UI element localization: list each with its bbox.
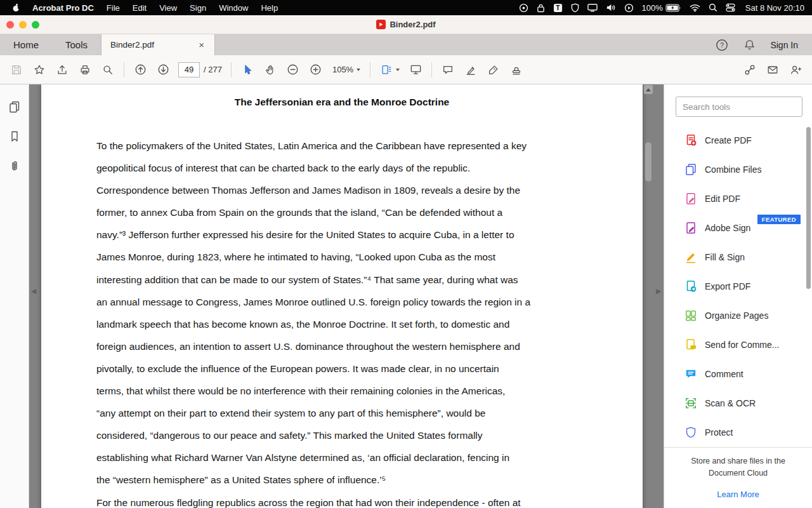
display-icon[interactable] [587, 3, 598, 12]
favorites-star-icon[interactable] [28, 59, 51, 81]
sign-in-button[interactable]: Sign In [770, 40, 798, 50]
tool-label: Scan & OCR [705, 398, 756, 408]
document-scrollbar[interactable] [645, 142, 652, 182]
document-text-line: considered, “dangerous to our peace and … [96, 424, 586, 446]
print-button[interactable] [74, 59, 96, 81]
page-display-dropdown[interactable] [375, 59, 404, 81]
tool-item-scan-ocr[interactable]: Scan & OCR [664, 389, 812, 418]
menu-edit[interactable]: Edit [126, 3, 153, 13]
document-viewport[interactable]: The Jeffersonian era and the Monroe Doct… [29, 84, 664, 508]
stamp-tool-icon[interactable] [505, 59, 528, 81]
tool-item-send-for-comments[interactable]: Send for Comme... [664, 330, 812, 359]
menubar-clock[interactable]: Sat 8 Nov 20:10 [743, 3, 804, 13]
page-number-input[interactable] [178, 62, 200, 77]
tool-label: Export PDF [705, 281, 750, 291]
edit-pdf-icon [684, 192, 697, 205]
comment-tool-icon[interactable] [436, 59, 459, 81]
menu-file[interactable]: File [100, 3, 126, 13]
close-window-button[interactable] [6, 21, 14, 29]
collapse-right-pane-icon[interactable]: ▶ [656, 288, 661, 295]
select-tool-icon[interactable] [236, 59, 259, 81]
previous-page-button[interactable] [129, 59, 152, 81]
presentation-mode-icon[interactable] [404, 59, 427, 81]
document-text-line: an annual message to Congress, James Mon… [96, 291, 586, 313]
status-lock-icon[interactable] [537, 3, 545, 13]
spotlight-search-icon[interactable] [709, 3, 717, 12]
tools-panel: Create PDFCombine FilesEdit PDFAdobe Sig… [664, 84, 812, 508]
wifi-icon[interactable] [690, 4, 700, 12]
highlight-tool-icon[interactable] [459, 59, 482, 81]
tool-item-combine-files[interactable]: Combine Files [664, 155, 812, 184]
hand-tool-icon[interactable] [259, 59, 282, 81]
document-text-line: For the numerous fledgling republics acr… [96, 491, 586, 508]
promo-line1: Store and share files in the [677, 455, 799, 467]
zoom-out-button[interactable] [282, 59, 304, 81]
play-circle-icon[interactable] [624, 3, 634, 13]
send-for-comments-icon [684, 338, 697, 351]
tool-item-adobe-sign[interactable]: Adobe SignFEATURED [664, 213, 812, 243]
tab-close-icon[interactable]: × [197, 40, 206, 50]
tool-item-create-pdf[interactable]: Create PDF [664, 126, 812, 155]
next-page-button[interactable] [152, 59, 174, 81]
menu-help[interactable]: Help [254, 3, 284, 13]
apple-menu-icon[interactable] [11, 3, 21, 13]
tool-item-export-pdf[interactable]: Export PDF [664, 272, 812, 301]
tab-tools[interactable]: Tools [52, 34, 101, 55]
document-text-line: interesting addition that can be made to… [96, 269, 586, 291]
tab-document[interactable]: Binder2.pdf × [101, 34, 215, 55]
shield-icon[interactable] [571, 3, 579, 13]
textexpander-icon[interactable]: T [553, 3, 563, 13]
tool-label: Adobe Sign [705, 223, 750, 233]
control-center-icon[interactable] [726, 3, 735, 12]
tool-item-protect[interactable]: Protect [664, 418, 812, 447]
page-count-label: / 277 [204, 65, 222, 74]
menu-view[interactable]: View [153, 3, 183, 13]
document-text-line: pivotally, to exclude the influence of t… [96, 358, 586, 380]
attachments-paperclip-icon[interactable] [8, 159, 22, 173]
request-signature-icon[interactable] [784, 59, 807, 81]
window-titlebar: Binder2.pdf [0, 15, 812, 34]
share-upload-icon[interactable] [51, 59, 74, 81]
document-text-line: James Monroe, during 1823, where he inti… [96, 246, 586, 268]
menubar-app-name[interactable]: Acrobat Pro DC [26, 3, 100, 13]
document-body: To the policymakers of the United States… [41, 135, 643, 508]
tool-item-organize-pages[interactable]: Organize Pages [664, 301, 812, 330]
volume-icon[interactable] [606, 3, 616, 12]
tool-item-comment[interactable]: Comment [664, 359, 812, 389]
minimize-window-button[interactable] [19, 21, 27, 29]
tab-home[interactable]: Home [0, 34, 52, 55]
save-button[interactable] [5, 59, 28, 81]
collapse-left-pane-icon[interactable]: ◀ [31, 288, 36, 295]
tab-document-label: Binder2.pdf [110, 40, 154, 50]
help-icon[interactable]: ? [715, 38, 729, 52]
tool-item-edit-pdf[interactable]: Edit PDF [664, 184, 812, 213]
pdf-page[interactable]: The Jeffersonian era and the Monroe Doct… [41, 84, 643, 508]
zoom-level-dropdown[interactable]: 105% [327, 59, 365, 81]
share-link-icon[interactable] [738, 59, 761, 81]
svg-text:?: ? [720, 41, 724, 49]
page-thumbnails-icon[interactable] [8, 100, 22, 114]
battery-icon[interactable] [665, 4, 681, 12]
tool-item-fill-sign[interactable]: Fill & Sign [664, 243, 812, 272]
scrollbar-up-arrow[interactable] [644, 85, 653, 94]
promo-line2: Document Cloud [677, 467, 799, 479]
search-icon[interactable] [96, 59, 119, 81]
macos-menubar: Acrobat Pro DC FileEditViewSignWindowHel… [0, 0, 812, 15]
tool-label: Send for Comme... [705, 340, 780, 350]
panel-divider [664, 447, 812, 448]
tools-panel-scrollbar[interactable] [806, 127, 811, 289]
search-tools-input[interactable] [676, 97, 802, 117]
sign-pen-icon[interactable] [482, 59, 505, 81]
document-text-line: geopolitical focus of interest that can … [96, 157, 586, 179]
status-round-icon[interactable] [519, 3, 528, 13]
menu-sign[interactable]: Sign [183, 3, 213, 13]
export-pdf-icon [684, 280, 697, 293]
email-icon[interactable] [761, 59, 784, 81]
notifications-bell-icon[interactable] [743, 38, 756, 51]
bookmarks-icon[interactable] [8, 130, 22, 144]
zoom-window-button[interactable] [32, 21, 39, 29]
document-toolbar: / 277 105% [0, 55, 812, 84]
zoom-in-button[interactable] [304, 59, 327, 81]
learn-more-link[interactable]: Learn More [664, 490, 812, 499]
menu-window[interactable]: Window [213, 3, 254, 13]
